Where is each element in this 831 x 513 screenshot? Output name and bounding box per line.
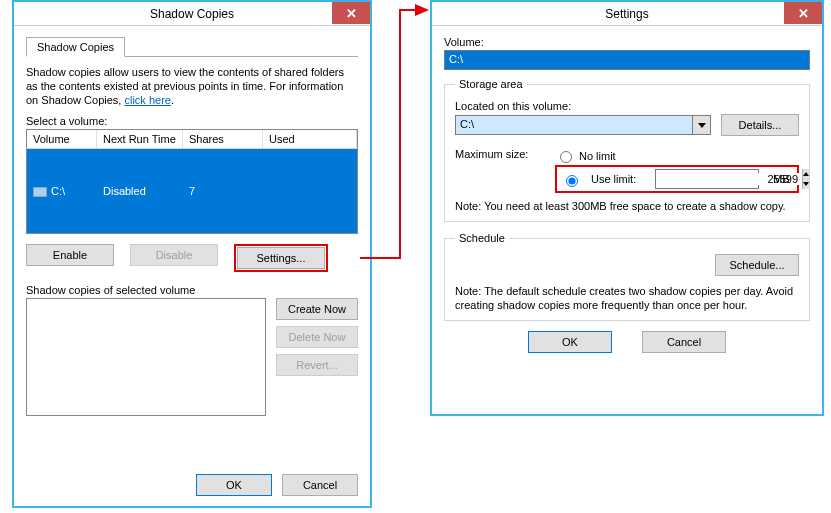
schedule-legend: Schedule — [455, 232, 509, 244]
cancel-button[interactable]: Cancel — [642, 331, 726, 353]
storage-area-group: Storage area Located on this volume: C:\… — [444, 78, 810, 222]
ok-button[interactable]: OK — [196, 474, 272, 496]
max-size-label: Maximum size: — [455, 146, 535, 160]
volume-field: C:\ — [444, 50, 810, 70]
schedule-group: Schedule Schedule... Note: The default s… — [444, 232, 810, 321]
ok-button[interactable]: OK — [528, 331, 612, 353]
click-here-link[interactable]: click here — [124, 94, 170, 106]
no-limit-radio[interactable] — [560, 151, 572, 163]
titlebar: Shadow Copies ✕ — [14, 2, 370, 26]
limit-number-field[interactable] — [655, 169, 759, 189]
col-volume[interactable]: Volume — [27, 130, 97, 149]
cell-volume: C:\ — [51, 185, 65, 197]
cell-used — [263, 149, 357, 233]
chevron-down-icon[interactable] — [692, 116, 710, 134]
located-volume-combo[interactable]: C:\ — [455, 115, 711, 135]
revert-button: Revert... — [276, 354, 358, 376]
details-button[interactable]: Details... — [721, 114, 799, 136]
enable-button[interactable]: Enable — [26, 244, 114, 266]
copies-label: Shadow copies of selected volume — [26, 284, 358, 296]
tabstrip: Shadow Copies — [26, 36, 358, 57]
volume-value: C:\ — [449, 53, 463, 65]
close-icon[interactable]: ✕ — [784, 2, 822, 24]
shadow-copies-dialog: Shadow Copies ✕ Shadow Copies Shadow cop… — [12, 0, 372, 508]
col-used[interactable]: Used — [263, 130, 357, 149]
info-text-end: . — [171, 94, 174, 106]
delete-now-button: Delete Now — [276, 326, 358, 348]
cell-next: Disabled — [97, 149, 183, 233]
schedule-note: Note: The default schedule creates two s… — [455, 284, 799, 312]
use-limit-radio[interactable] — [566, 175, 578, 187]
titlebar: Settings ✕ — [432, 2, 822, 26]
drive-icon — [33, 187, 47, 197]
disable-button: Disable — [130, 244, 218, 266]
volume-table[interactable]: Volume Next Run Time Shares Used C:\ Dis… — [26, 129, 358, 234]
located-label: Located on this volume: — [455, 100, 799, 112]
close-icon[interactable]: ✕ — [332, 2, 370, 24]
storage-legend: Storage area — [455, 78, 527, 90]
cell-shares: 7 — [183, 149, 263, 233]
cancel-button[interactable]: Cancel — [282, 474, 358, 496]
select-volume-label: Select a volume: — [26, 115, 358, 127]
spinner-up-icon[interactable] — [803, 169, 809, 179]
col-next-run-time[interactable]: Next Run Time — [97, 130, 183, 149]
window-title: Shadow Copies — [150, 7, 234, 21]
col-shares[interactable]: Shares — [183, 130, 263, 149]
settings-button[interactable]: Settings... — [237, 247, 325, 269]
settings-dialog: Settings ✕ Volume: C:\ Storage area Loca… — [430, 0, 824, 416]
limit-unit: MB — [773, 173, 790, 185]
info-text: Shadow copies allow users to view the co… — [26, 65, 358, 107]
spinner-down-icon[interactable] — [803, 179, 809, 189]
table-row[interactable]: C:\ Disabled 7 — [27, 149, 357, 233]
copies-listbox[interactable] — [26, 298, 266, 416]
volume-label: Volume: — [444, 36, 810, 48]
settings-highlight: Settings... — [234, 244, 328, 272]
use-limit-label: Use limit: — [591, 173, 645, 185]
combo-value: C:\ — [456, 116, 692, 134]
info-text-part: Shadow copies allow users to view the co… — [26, 66, 344, 106]
create-now-button[interactable]: Create Now — [276, 298, 358, 320]
tab-shadow-copies[interactable]: Shadow Copies — [26, 37, 125, 57]
schedule-button[interactable]: Schedule... — [715, 254, 799, 276]
storage-note: Note: You need at least 300MB free space… — [455, 199, 799, 213]
no-limit-label: No limit — [579, 150, 616, 162]
use-limit-highlight: Use limit: MB — [555, 165, 799, 193]
window-title: Settings — [605, 7, 648, 21]
